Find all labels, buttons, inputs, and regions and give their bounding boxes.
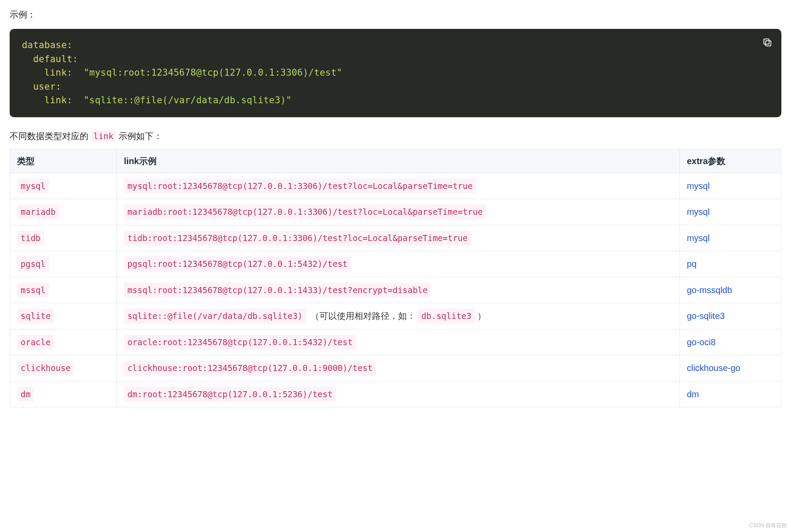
table-row: tidbtidb:root:12345678@tcp(127.0.0.1:330…: [10, 225, 781, 251]
table-row: mssqlmssql:root:12345678@tcp(127.0.0.1:1…: [10, 277, 781, 303]
db-type-code: oracle: [17, 335, 54, 350]
extra-param-link[interactable]: go-sqlite3: [687, 311, 725, 321]
link-example-code: clickhouse:root:12345678@tcp(127.0.0.1:9…: [124, 360, 376, 376]
extra-param-link[interactable]: mysql: [687, 233, 710, 243]
link-example-code: dm:root:12345678@tcp(127.0.0.1:5236)/tes…: [124, 387, 336, 402]
note-code: db.sqlite3: [418, 308, 475, 324]
header-type: 类型: [10, 149, 117, 173]
copy-code-button[interactable]: [760, 35, 775, 51]
extra-param-link[interactable]: go-oci8: [687, 337, 716, 347]
intro-text: 示例：: [10, 8, 781, 21]
table-row: dmdm:root:12345678@tcp(127.0.0.1:5236)/t…: [10, 381, 781, 407]
db-type-code: dm: [17, 387, 34, 402]
link-example-code: oracle:root:12345678@tcp(127.0.0.1:5432)…: [124, 335, 356, 350]
code-block: database: default: link: "mysql:root:123…: [10, 29, 781, 117]
link-example-code: mariadb:root:12345678@tcp(127.0.0.1:3306…: [124, 204, 486, 220]
link-types-paragraph: 不同数据类型对应的 link 示例如下：: [10, 130, 781, 143]
code-content: database: default: link: "mysql:root:123…: [22, 38, 769, 108]
table-row: clickhouseclickhouse:root:12345678@tcp(1…: [10, 355, 781, 382]
svg-rect-0: [766, 41, 771, 46]
db-type-code: mariadb: [17, 204, 59, 220]
table-row: pgsqlpgsql:root:12345678@tcp(127.0.0.1:5…: [10, 251, 781, 277]
link-example-code: tidb:root:12345678@tcp(127.0.0.1:3306)/t…: [124, 231, 471, 246]
db-link-table: 类型 link示例 extra参数 mysqlmysql:root:123456…: [10, 149, 781, 408]
table-row: oracleoracle:root:12345678@tcp(127.0.0.1…: [10, 329, 781, 355]
header-extra: extra参数: [679, 149, 781, 173]
example-note: （可以使用相对路径，如： db.sqlite3 ）: [311, 311, 486, 321]
db-type-code: mssql: [17, 283, 49, 298]
link-example-code: mssql:root:12345678@tcp(127.0.0.1:1433)/…: [124, 283, 431, 298]
extra-param-link[interactable]: mysql: [687, 207, 710, 217]
extra-param-link[interactable]: dm: [687, 389, 699, 399]
db-type-code: tidb: [17, 231, 44, 246]
para-suffix: 示例如下：: [116, 131, 162, 141]
para-prefix: 不同数据类型对应的: [10, 131, 91, 141]
db-type-code: mysql: [17, 178, 49, 194]
table-row: mysqlmysql:root:12345678@tcp(127.0.0.1:3…: [10, 173, 781, 199]
svg-rect-1: [764, 39, 769, 44]
copy-icon: [762, 37, 773, 49]
db-type-code: pgsql: [17, 256, 49, 272]
extra-param-link[interactable]: clickhouse-go: [687, 363, 740, 373]
db-type-code: sqlite: [17, 308, 54, 324]
link-example-code: sqlite::@file(/var/data/db.sqlite3): [124, 308, 306, 324]
table-header-row: 类型 link示例 extra参数: [10, 149, 781, 173]
link-example-code: pgsql:root:12345678@tcp(127.0.0.1:5432)/…: [124, 256, 351, 272]
table-row: mariadbmariadb:root:12345678@tcp(127.0.0…: [10, 199, 781, 225]
extra-param-link[interactable]: mysql: [687, 181, 710, 191]
inline-code-link: link: [91, 130, 116, 142]
extra-param-link[interactable]: pq: [687, 259, 696, 269]
link-example-code: mysql:root:12345678@tcp(127.0.0.1:3306)/…: [124, 178, 476, 194]
extra-param-link[interactable]: go-mssqldb: [687, 285, 732, 295]
header-example: link示例: [117, 149, 680, 173]
db-type-code: clickhouse: [17, 360, 74, 376]
table-row: sqlitesqlite::@file(/var/data/db.sqlite3…: [10, 303, 781, 329]
